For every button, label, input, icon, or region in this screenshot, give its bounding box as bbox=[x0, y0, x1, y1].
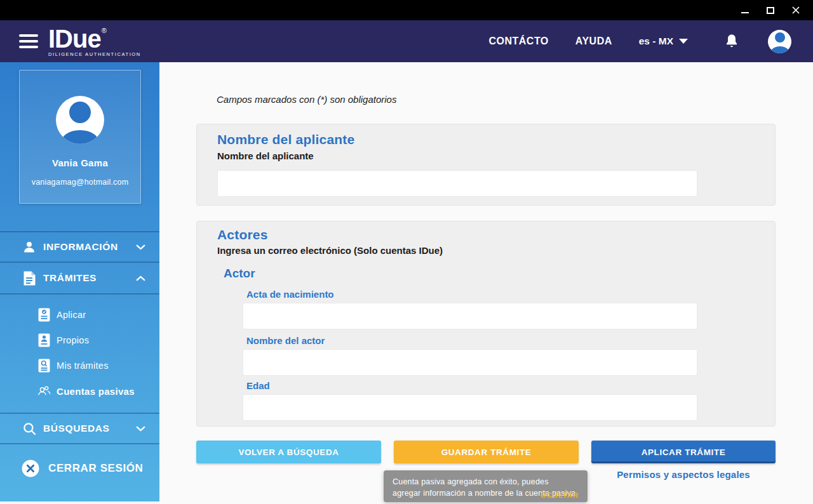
permisos-legales-link[interactable]: Permisos y aspectos legales bbox=[591, 469, 776, 480]
sidebar: Vania Gama vaniagamag@hotmail.com INFORM… bbox=[0, 62, 159, 501]
header-nav: CONTÁCTO AYUDA es - MX bbox=[462, 30, 813, 53]
applicant-name-label: Nombre del aplicante bbox=[217, 150, 755, 161]
nav-contacto[interactable]: CONTÁCTO bbox=[488, 36, 548, 47]
logout-label: CERRAR SESIÓN bbox=[48, 462, 144, 475]
actors-card-subtitle: Ingresa un correo electrónico (Solo cuen… bbox=[217, 245, 755, 256]
sidebar-item-busquedas[interactable]: BÚSQUEDAS bbox=[0, 413, 159, 444]
doc-user-icon bbox=[37, 333, 51, 347]
applicant-card: Nombre del aplicante Nombre del aplicant… bbox=[196, 124, 776, 206]
document-icon bbox=[22, 271, 37, 286]
acta-nacimiento-input[interactable] bbox=[243, 303, 697, 329]
logo-tagline: DILIGENCE AUTHENTICATION bbox=[48, 52, 141, 57]
app-header: IDue ® DILIGENCE AUTHENTICATION CONTÁCTO… bbox=[0, 20, 813, 62]
sidebar-item-label: Cuentas pasivas bbox=[57, 386, 135, 397]
users-icon bbox=[37, 384, 51, 398]
actors-card: Actores Ingresa un correo electrónico (S… bbox=[196, 221, 776, 427]
caret-down-icon bbox=[679, 39, 688, 44]
sidebar-item-propios[interactable]: Propios bbox=[0, 328, 159, 353]
sidebar-item-aplicar[interactable]: Aplicar bbox=[0, 302, 159, 328]
edad-input[interactable] bbox=[243, 394, 697, 421]
chevron-down-icon bbox=[136, 426, 145, 432]
nombre-actor-label: Nombre del actor bbox=[246, 335, 755, 346]
titlebar bbox=[0, 0, 813, 20]
sidebar-item-label: BÚSQUEDAS bbox=[43, 423, 109, 434]
logo-brand: IDue bbox=[48, 26, 101, 51]
sidebar-item-label: INFORMACIÓN bbox=[43, 241, 118, 253]
profile-name: Vania Gama bbox=[20, 157, 140, 168]
tramites-submenu: Aplicar Propios Mis trámites Cuentas pas… bbox=[0, 295, 159, 413]
close-button[interactable] bbox=[791, 6, 800, 15]
maximize-button[interactable] bbox=[766, 6, 775, 15]
sidebar-item-label: TRÁMITES bbox=[43, 272, 97, 284]
volver-busqueda-button[interactable]: VOLVER A BÚSQUEDA bbox=[196, 441, 381, 463]
doc-search-icon bbox=[37, 359, 51, 373]
nav-ayuda[interactable]: AYUDA bbox=[575, 36, 612, 47]
nombre-actor-input[interactable] bbox=[243, 349, 697, 376]
guardar-tramite-button[interactable]: GUARDAR TRÁMITE bbox=[394, 441, 579, 463]
minimize-icon bbox=[741, 12, 749, 13]
required-fields-note: Campos marcados con (*) son obligatorios bbox=[217, 94, 776, 105]
chevron-down-icon bbox=[136, 244, 145, 250]
sidebar-item-cuentas-pasivas[interactable]: Cuentas pasivas bbox=[0, 378, 159, 404]
actors-card-title: Actores bbox=[217, 227, 755, 242]
user-avatar[interactable] bbox=[768, 30, 791, 53]
app-logo: IDue ® DILIGENCE AUTHENTICATION bbox=[48, 26, 141, 57]
aplicar-tramite-button[interactable]: APLICAR TRÁMITE bbox=[591, 441, 776, 463]
actor-section-title: Actor bbox=[224, 267, 755, 281]
toast-ocultar-button[interactable]: OCULTAR bbox=[541, 491, 579, 499]
edad-label: Edad bbox=[246, 380, 755, 391]
minimize-button[interactable] bbox=[741, 6, 749, 15]
hamburger-menu-icon[interactable] bbox=[19, 31, 38, 51]
acta-nacimiento-label: Acta de nacimiento bbox=[246, 289, 755, 300]
profile-card: Vania Gama vaniagamag@hotmail.com bbox=[19, 70, 141, 204]
language-value: es - MX bbox=[639, 36, 673, 47]
sidebar-menu: INFORMACIÓN TRÁMITES Aplicar bbox=[0, 231, 159, 477]
applicant-card-title: Nombre del aplicante bbox=[217, 132, 755, 147]
x-circle-icon bbox=[22, 460, 39, 477]
user-icon bbox=[22, 240, 37, 254]
doc-check-icon bbox=[37, 308, 51, 322]
close-icon bbox=[791, 6, 800, 15]
avatar-icon bbox=[69, 102, 91, 123]
sidebar-item-label: Aplicar bbox=[57, 310, 86, 320]
profile-avatar bbox=[56, 96, 104, 144]
toast-notification: Cuenta pasiva agregada con éxito, puedes… bbox=[384, 470, 588, 502]
sidebar-item-tramites[interactable]: TRÁMITES bbox=[0, 263, 159, 295]
notifications-bell-icon[interactable] bbox=[725, 34, 739, 49]
avatar-icon bbox=[775, 32, 785, 43]
search-icon bbox=[22, 421, 37, 436]
sidebar-item-label: Propios bbox=[57, 335, 89, 345]
maximize-icon bbox=[767, 7, 774, 14]
profile-email: vaniagamag@hotmail.com bbox=[20, 178, 140, 187]
applicant-name-input[interactable] bbox=[217, 170, 697, 197]
sidebar-item-label: Mis trámites bbox=[57, 361, 109, 371]
chevron-up-icon bbox=[136, 275, 145, 281]
action-buttons-row: VOLVER A BÚSQUEDA GUARDAR TRÁMITE APLICA… bbox=[196, 441, 776, 463]
registered-mark: ® bbox=[102, 27, 107, 34]
sidebar-item-cerrar-sesion[interactable]: CERRAR SESIÓN bbox=[0, 444, 159, 477]
main-content: Campos marcados con (*) son obligatorios… bbox=[159, 62, 813, 504]
sidebar-item-informacion[interactable]: INFORMACIÓN bbox=[0, 231, 159, 263]
language-selector[interactable]: es - MX bbox=[639, 36, 688, 47]
sidebar-item-mis-tramites[interactable]: Mis trámites bbox=[0, 353, 159, 378]
